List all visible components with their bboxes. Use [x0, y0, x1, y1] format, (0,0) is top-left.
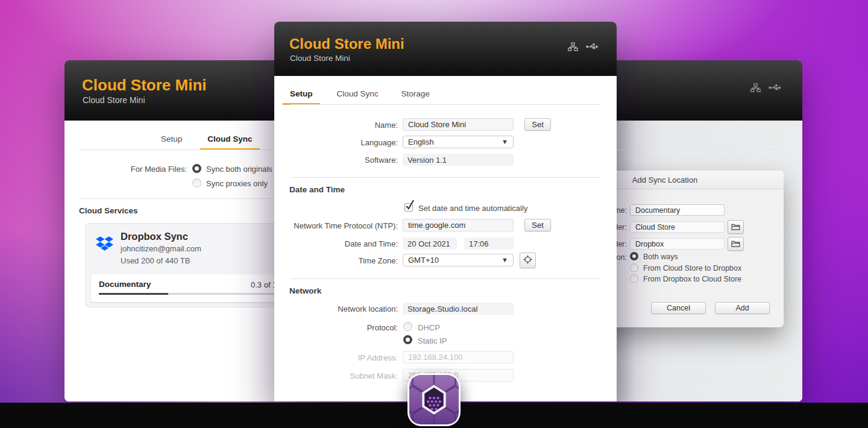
section-divider	[290, 177, 601, 178]
timezone-locate-button[interactable]	[520, 253, 536, 268]
front-window: Cloud Store Mini Cloud Store Mini	[274, 22, 617, 401]
service-account: johncitizen@gmail.com	[121, 244, 201, 253]
usb-status-icon	[586, 43, 599, 51]
usb-status-icon	[769, 84, 781, 92]
media-files-label: For Media Files:	[64, 165, 187, 174]
sync-progress-fill	[99, 293, 168, 295]
dropbox-icon	[96, 236, 113, 254]
folder-icon	[731, 239, 740, 250]
cloudstore-folder-browse-button[interactable]	[728, 220, 744, 234]
tab-setup[interactable]: Setup	[154, 134, 189, 150]
ntp-label: Network Time Protocol (NTP):	[277, 221, 398, 230]
radio-both-ways[interactable]	[630, 252, 638, 260]
service-name: Dropbox Sync	[121, 231, 188, 242]
dialog-title: Add Sync Location	[632, 175, 697, 184]
chevron-down-icon: ▼	[502, 139, 508, 145]
radio-dropbox-to-cloudstore[interactable]	[630, 274, 638, 283]
radio-sync-proxies[interactable]	[192, 178, 201, 187]
dialog-cloudstore-folder-input[interactable]: Cloud Store	[630, 221, 725, 233]
cancel-button[interactable]: Cancel	[651, 302, 706, 314]
datetime-label: Date and Time:	[277, 239, 398, 248]
section-divider	[290, 279, 601, 279]
front-window-subtitle: Cloud Store Mini	[290, 54, 350, 63]
tabs-divider	[290, 104, 601, 105]
front-window-header: Cloud Store Mini Cloud Store Mini	[274, 22, 617, 76]
name-input[interactable]: Cloud Store Mini	[403, 118, 514, 131]
dialog-name-input[interactable]: Documentary	[630, 204, 725, 216]
date-time-heading: Date and Time	[289, 185, 345, 194]
time-value: 17:06	[464, 238, 514, 250]
radio-both-ways-label: Both ways	[643, 253, 678, 261]
radio-static-ip-label: Static IP	[418, 336, 447, 345]
radio-sync-proxies-label: Sync proxies only	[206, 179, 268, 188]
language-select[interactable]: English ▼	[403, 136, 514, 148]
radio-dhcp[interactable]	[403, 322, 412, 331]
ip-address-label: IP Address:	[277, 353, 398, 362]
radio-static-ip[interactable]	[403, 335, 412, 344]
tab-cloud-sync[interactable]: Cloud Sync	[200, 134, 259, 150]
timezone-value: GMT+10	[408, 256, 439, 265]
date-value: 20 Oct 2021	[403, 238, 457, 250]
set-ntp-button[interactable]: Set	[524, 219, 551, 231]
screen: Cloud Store Mini Cloud Store Mini	[0, 0, 868, 428]
chevron-down-icon: ▼	[502, 257, 508, 263]
ip-address-input[interactable]: 192.168.24.100	[403, 351, 514, 363]
network-location-label: Network location:	[277, 304, 398, 313]
cloud-store-app-icon[interactable]	[407, 373, 461, 426]
tab-setup[interactable]: Setup	[283, 89, 320, 105]
dropbox-folder-browse-button[interactable]	[728, 237, 744, 251]
radio-cloudstore-to-dropbox-label: From Cloud Store to Dropbox	[643, 264, 741, 272]
software-version: Version 1.1	[403, 154, 514, 166]
crosshair-target-icon	[523, 255, 532, 266]
radio-dropbox-to-cloudstore-label: From Dropbox to Cloud Store	[643, 275, 741, 283]
network-status-icon	[750, 83, 761, 92]
protocol-label: Protocol:	[277, 323, 398, 332]
network-status-icon	[568, 42, 578, 51]
tab-storage[interactable]: Storage	[394, 89, 437, 105]
timezone-label: Time Zone:	[277, 256, 398, 265]
front-window-tabs: Setup Cloud Sync Storage	[283, 89, 437, 105]
checkmark-icon	[405, 198, 415, 213]
folder-icon	[731, 222, 740, 233]
cloud-services-heading: Cloud Services	[79, 206, 138, 215]
language-label: Language:	[277, 138, 398, 147]
radio-dhcp-label: DHCP	[418, 323, 440, 332]
back-window-title: Cloud Store Mini	[82, 76, 207, 95]
add-button[interactable]: Add	[715, 302, 770, 314]
language-value: English	[408, 137, 434, 146]
ntp-input[interactable]: time.google.com	[403, 219, 514, 231]
timezone-select[interactable]: GMT+10 ▼	[403, 254, 514, 266]
auto-datetime-label: Set date and time automatically	[418, 204, 527, 213]
network-heading: Network	[289, 286, 321, 295]
dialog-dropbox-folder-input[interactable]: Dropbox	[630, 238, 725, 250]
network-location-value: Storage.Studio.local	[403, 303, 514, 315]
front-window-title: Cloud Store Mini	[289, 36, 404, 52]
name-label: Name:	[277, 121, 398, 130]
sync-location-name: Documentary	[99, 280, 151, 289]
subnet-mask-label: Subnet Mask:	[277, 371, 398, 380]
software-label: Software:	[277, 156, 398, 165]
back-window-subtitle: Cloud Store Mini	[83, 95, 145, 105]
service-usage: Used 200 of 440 TB	[121, 256, 190, 265]
tab-cloud-sync[interactable]: Cloud Sync	[330, 89, 386, 105]
set-name-button[interactable]: Set	[524, 118, 551, 131]
radio-sync-both[interactable]	[192, 164, 201, 173]
radio-cloudstore-to-dropbox[interactable]	[630, 263, 638, 272]
